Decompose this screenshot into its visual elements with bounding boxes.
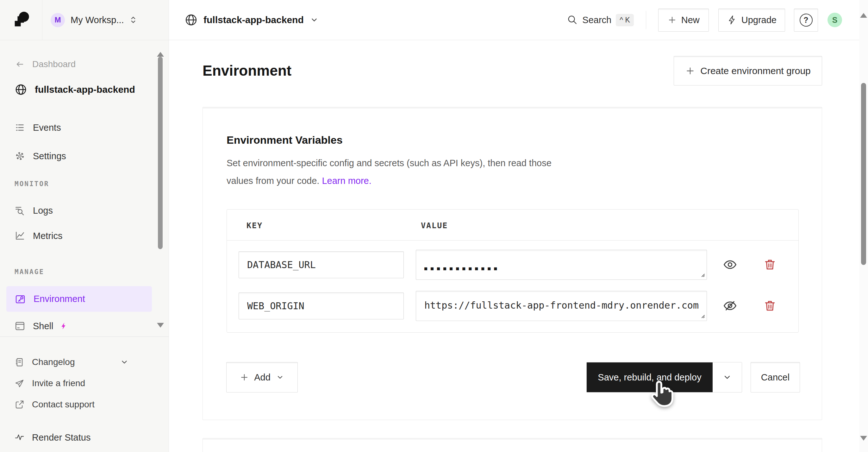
sidebar-item-label: Invite a friend [32,378,85,388]
save-rebuild-deploy-button[interactable]: Save, rebuild, and deploy [587,362,713,392]
trash-icon[interactable] [762,257,777,272]
render-logo-icon [12,11,30,29]
plus-icon [668,15,677,25]
upgrade-button[interactable]: Upgrade [718,8,785,32]
add-variable-button[interactable]: Add [226,362,298,392]
workspace-avatar: M [51,13,65,27]
user-avatar[interactable]: S [828,13,842,27]
sidebar-back-dashboard[interactable]: Dashboard [14,55,148,73]
sidebar-item-logs[interactable]: Logs [14,201,148,220]
plus-icon [240,372,249,382]
sidebar-item-label: Contact support [32,399,95,410]
render-logo[interactable] [0,0,42,40]
topbar: M My Worksp... fullstack-app-backend [0,0,859,40]
gear-icon [14,151,25,161]
page-title: Environment [203,62,291,79]
learn-more-link[interactable]: Learn more. [322,176,371,186]
search-label: Search [582,15,611,25]
external-link-icon [14,400,24,410]
topbar-main: fullstack-app-backend Search ^ K [169,0,859,40]
sidebar-section-monitor: MONITOR [14,180,50,188]
terminal-icon [14,321,25,331]
paper-plane-icon [14,379,24,388]
env-vars-description: Set environment-specific config and secr… [226,154,552,190]
env-var-value-input[interactable]: ■■■■■■■■■■■■ [416,250,707,280]
notebook-icon [14,357,24,367]
page-scroll-up[interactable] [860,8,867,13]
env-vars-title: Environment Variables [226,134,343,146]
sidebar-item-changelog[interactable]: Changelog [14,353,148,371]
env-vars-description-line1: Set environment-specific config and secr… [226,158,552,168]
sidebar-item-label: Settings [33,151,66,161]
sidebar-item-invite[interactable]: Invite a friend [14,374,148,392]
sidebar-item-label: Shell [33,321,54,331]
new-button[interactable]: New [658,8,709,32]
env-var-value-field: ■■■■■■■■■■■■ [416,250,707,280]
search-shortcut: ^ K [616,14,634,26]
search-icon [567,14,578,25]
chart-icon [14,231,25,241]
sidebar-item-label: Environment [34,294,85,304]
environment-variables-card: Environment Variables Set environment-sp… [203,107,822,420]
workspace-selector[interactable]: M My Worksp... [42,0,169,40]
sidebar-item-contact[interactable]: Contact support [14,395,148,414]
sidebar-item-render-status[interactable]: Render Status [14,428,148,447]
sidebar-item-label: Logs [33,205,53,216]
env-vars-description-line2: values from your code. [226,176,319,186]
trash-icon[interactable] [762,298,777,313]
list-icon [14,122,25,133]
env-var-key-input[interactable] [239,251,404,278]
add-variable-label: Add [254,372,271,383]
service-selector[interactable]: fullstack-app-backend [185,13,319,27]
topbar-divider [646,11,646,29]
logs-search-icon [14,205,25,216]
env-var-value-field: https://fullstack-app-frontend-mdry.onre… [416,291,707,321]
sidebar-item-label: Changelog [32,357,75,367]
sidebar-item-label: Render Status [32,432,91,443]
chevron-down-icon [276,373,284,382]
save-split-button: Save, rebuild, and deploy [586,362,742,392]
search-button[interactable]: Search ^ K [567,14,633,26]
pulse-icon [14,433,24,443]
sidebar-item-events[interactable]: Events [14,118,148,137]
sidebar: Dashboard fullstack-app-backend Events S… [0,40,169,452]
sidebar-item-label: Metrics [33,231,62,241]
cancel-button[interactable]: Cancel [751,362,800,392]
key-column-header: KEY [247,221,262,230]
value-column-header: VALUE [421,221,448,230]
create-environment-group-button[interactable]: Create environment group [674,56,822,86]
help-button[interactable]: ? [794,8,818,32]
chevron-down-icon [309,15,319,25]
page-scrollbar-thumb[interactable] [861,83,866,265]
sidebar-divider [0,336,169,337]
page-scroll-down[interactable] [860,441,867,446]
sidebar-scroll-down[interactable] [157,328,164,333]
env-vars-table: KEY VALUE ■■■■■■■■■■■■ [226,209,799,333]
globe-icon [14,83,27,96]
sidebar-scrollbar-thumb[interactable] [158,57,163,249]
sidebar-item-environment[interactable]: Environment [6,286,152,312]
main-content: Environment Create environment group Env… [169,40,859,452]
page-scrollbar [859,0,868,452]
save-options-chevron[interactable] [713,362,742,392]
eye-off-icon[interactable] [722,298,738,313]
sidebar-item-settings[interactable]: Settings [14,147,148,165]
env-var-value-input[interactable]: https://fullstack-app-frontend-mdry.onre… [416,291,707,321]
eye-icon[interactable] [722,257,738,272]
env-var-key-input[interactable] [239,293,404,320]
question-icon: ? [800,13,813,27]
sidebar-item-label: Events [33,122,61,133]
create-environment-group-label: Create environment group [700,65,811,76]
globe-icon [185,13,198,27]
plus-icon [685,66,695,76]
workspace-name: My Worksp... [70,15,124,25]
sidebar-service[interactable]: fullstack-app-backend [14,81,148,99]
sidebar-service-name: fullstack-app-backend [35,84,135,95]
back-dashboard-label: Dashboard [32,59,75,69]
chevron-down-icon[interactable] [120,357,129,367]
sidebar-item-metrics[interactable]: Metrics [14,227,148,245]
sidebar-item-shell[interactable]: Shell [14,317,148,335]
bolt-icon [727,15,737,25]
sidebar-scroll-up[interactable] [157,47,164,52]
next-section-card [203,438,822,452]
